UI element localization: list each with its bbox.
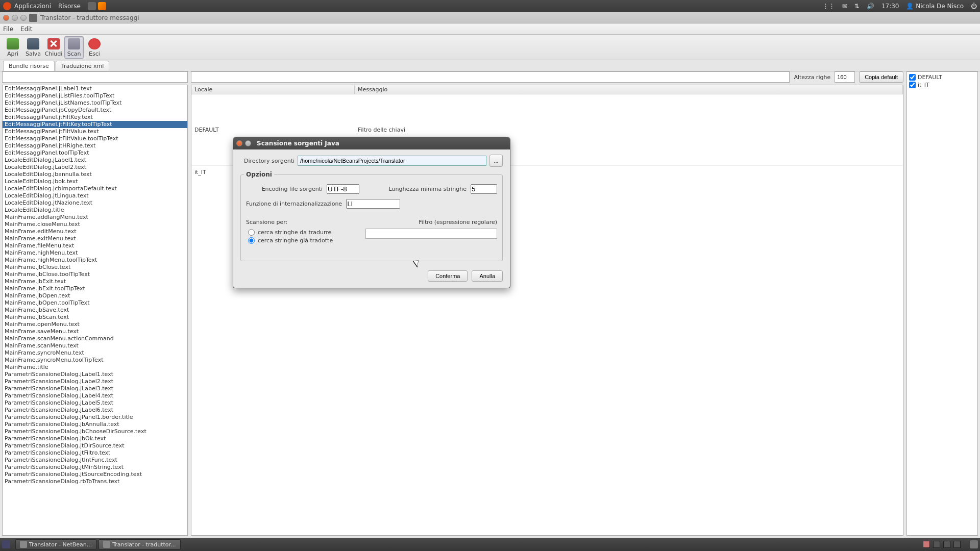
key-list-item[interactable]: ParametriScansioneDialog.jtIntFunc.text (3, 457, 187, 464)
tab-bundle-risorse[interactable]: Bundle risorse (3, 61, 55, 71)
key-list-item[interactable]: MainFrame.scanMenu.actionCommand (3, 335, 187, 342)
key-list-item[interactable]: EditMessaggiPanel.jtFiltKey.toolTipText (3, 121, 187, 128)
dialog-close-button[interactable] (236, 140, 242, 146)
locale-checkbox-it-it[interactable]: it_IT (909, 82, 975, 88)
key-list-item[interactable]: ParametriScansioneDialog.rbToTrans.text (3, 478, 187, 485)
key-list-item[interactable]: ParametriScansioneDialog.jLabel3.text (3, 385, 187, 392)
intfunc-input[interactable] (346, 199, 400, 209)
key-list-item[interactable]: EditMessaggiPanel.toolTipText (3, 149, 187, 157)
save-button[interactable]: Salva (23, 36, 43, 59)
key-list-item[interactable]: ParametriScansioneDialog.jbOk.text (3, 435, 187, 442)
locale-checkbox-default[interactable]: DEFAULT (909, 74, 975, 81)
key-list-item[interactable]: LocaleEditDialog.jcbImportaDefault.text (3, 185, 187, 192)
key-list-item[interactable]: ParametriScansioneDialog.jLabel4.text (3, 392, 187, 399)
key-list-item[interactable]: EditMessaggiPanel.jtFiltKey.text (3, 114, 187, 121)
key-list-item[interactable]: MainFrame.addlangMenu.text (3, 214, 187, 221)
workspace-2[interactable] (933, 541, 940, 548)
key-list-item[interactable]: LocaleEditDialog.jLabel1.text (3, 157, 187, 164)
minlen-input[interactable] (471, 184, 497, 194)
trash-icon[interactable] (970, 540, 978, 548)
updates-icon[interactable]: ⇅ (854, 3, 860, 10)
user-menu[interactable]: 👤 Nicola De Nisco (906, 3, 964, 10)
key-list-item[interactable]: MainFrame.jbOpen.toolTipText (3, 299, 187, 307)
key-list-item[interactable]: MainFrame.highMenu.toolTipText (3, 257, 187, 264)
encoding-input[interactable] (327, 184, 359, 194)
firefox-icon[interactable] (98, 2, 106, 10)
key-list-item[interactable]: ParametriScansioneDialog.jtSourceEncodin… (3, 471, 187, 478)
key-list-item[interactable]: ParametriScansioneDialog.jtDirSource.tex… (3, 442, 187, 449)
network-icon[interactable]: ⋮⋮ (823, 3, 835, 10)
key-list-item[interactable]: ParametriScansioneDialog.jLabel1.text (3, 371, 187, 378)
radio-already-translated[interactable]: cerca stringhe già tradotte (248, 237, 355, 244)
dialog-minimize-button[interactable] (245, 140, 251, 146)
close-button[interactable]: Chiudi (44, 36, 63, 59)
key-list-item[interactable]: EditMessaggiPanel.jListFiles.toolTipText (3, 92, 187, 99)
key-list-item[interactable]: MainFrame.jbScan.text (3, 314, 187, 321)
workspace-3[interactable] (943, 541, 950, 548)
key-list-item[interactable]: ParametriScansioneDialog.jLabel2.text (3, 378, 187, 385)
key-list-item[interactable]: MainFrame.jbClose.toolTipText (3, 271, 187, 278)
power-icon[interactable]: ⏻ (971, 3, 977, 10)
key-filter-input[interactable] (2, 71, 188, 83)
confirm-button[interactable]: Conferma (428, 270, 468, 282)
mail-icon[interactable]: ✉ (842, 3, 847, 10)
browse-dir-button[interactable]: ... (489, 155, 503, 167)
key-list-item[interactable]: ParametriScansioneDialog.jtMinString.tex… (3, 464, 187, 471)
key-list-item[interactable]: MainFrame.highMenu.text (3, 249, 187, 257)
dialog-titlebar[interactable]: Scansione sorgenti Java (233, 137, 510, 149)
taskbar-translator[interactable]: Translator - traduttor... (99, 539, 180, 549)
tab-traduzione-xml[interactable]: Traduzione xml (56, 61, 109, 71)
key-list-item[interactable]: MainFrame.jbSave.text (3, 307, 187, 314)
key-list-item[interactable]: MainFrame.exitMenu.text (3, 235, 187, 242)
key-list[interactable]: EditMessaggiPanel.jLabel1.textEditMessag… (2, 85, 188, 536)
col-message[interactable]: Messaggio (355, 85, 903, 94)
key-list-item[interactable]: MainFrame.syncroMenu.toolTipText (3, 357, 187, 364)
key-list-item[interactable]: ParametriScansioneDialog.jbAnnulla.text (3, 421, 187, 428)
key-list-item[interactable]: MainFrame.openMenu.text (3, 321, 187, 328)
menu-edit[interactable]: Edit (20, 26, 32, 33)
filter-value-input[interactable] (191, 71, 790, 83)
key-list-item[interactable]: MainFrame.title (3, 364, 187, 371)
key-list-item[interactable]: ParametriScansioneDialog.jtFiltro.text (3, 449, 187, 457)
panel-app-icon[interactable] (88, 2, 96, 10)
key-list-item[interactable]: MainFrame.scanMenu.text (3, 342, 187, 349)
key-list-item[interactable]: MainFrame.jbClose.text (3, 264, 187, 271)
key-list-item[interactable]: MainFrame.jbOpen.text (3, 292, 187, 299)
key-list-item[interactable]: LocaleEditDialog.jtNazione.text (3, 199, 187, 207)
key-list-item[interactable]: ParametriScansioneDialog.jbChooseDirSour… (3, 428, 187, 435)
open-button[interactable]: Apri (3, 36, 22, 59)
key-list-item[interactable]: LocaleEditDialog.jbok.text (3, 178, 187, 185)
key-list-item[interactable]: ParametriScansioneDialog.jLabel5.text (3, 399, 187, 407)
key-list-item[interactable]: MainFrame.editMenu.text (3, 228, 187, 235)
exit-button[interactable]: Esci (85, 36, 104, 59)
key-list-item[interactable]: MainFrame.jbExit.text (3, 278, 187, 285)
key-list-item[interactable]: EditMessaggiPanel.jtHRighe.text (3, 142, 187, 149)
window-close-button[interactable] (3, 15, 9, 21)
key-list-item[interactable]: MainFrame.closeMenu.text (3, 221, 187, 228)
taskbar-netbeans[interactable]: Translator - NetBean... (15, 539, 96, 549)
filter-regex-input[interactable] (365, 229, 497, 239)
window-minimize-button[interactable] (12, 15, 18, 21)
key-list-item[interactable]: LocaleEditDialog.title (3, 207, 187, 214)
message-cell[interactable]: Filtro delle chiavi (355, 126, 903, 134)
os-menu-applications[interactable]: Applicazioni (14, 3, 51, 10)
key-list-item[interactable]: EditMessaggiPanel.jListNames.toolTipText (3, 99, 187, 107)
key-list-item[interactable]: LocaleEditDialog.jtLingua.text (3, 192, 187, 199)
key-list-item[interactable]: MainFrame.fileMenu.text (3, 242, 187, 249)
copy-default-button[interactable]: Copia default (859, 71, 903, 83)
menu-file[interactable]: File (3, 26, 13, 33)
sound-icon[interactable]: 🔊 (867, 3, 874, 10)
window-titlebar[interactable]: Translator - traduttore messaggi (0, 12, 980, 23)
row-height-input[interactable] (835, 71, 855, 83)
radio-to-translate[interactable]: cerca stringhe da tradurre (248, 229, 355, 236)
os-menu-resources[interactable]: Risorse (58, 3, 81, 10)
workspace-1[interactable] (923, 541, 930, 548)
key-list-item[interactable]: MainFrame.syncroMenu.text (3, 349, 187, 357)
key-list-item[interactable]: LocaleEditDialog.jbannulla.text (3, 171, 187, 178)
key-list-item[interactable]: EditMessaggiPanel.jtFiltValue.toolTipTex… (3, 135, 187, 142)
clock[interactable]: 17:30 (881, 3, 899, 10)
col-locale[interactable]: Locale (191, 85, 355, 94)
workspace-4[interactable] (953, 541, 961, 548)
key-list-item[interactable]: ParametriScansioneDialog.jLabel6.text (3, 407, 187, 414)
key-list-item[interactable]: MainFrame.saveMenu.text (3, 328, 187, 335)
